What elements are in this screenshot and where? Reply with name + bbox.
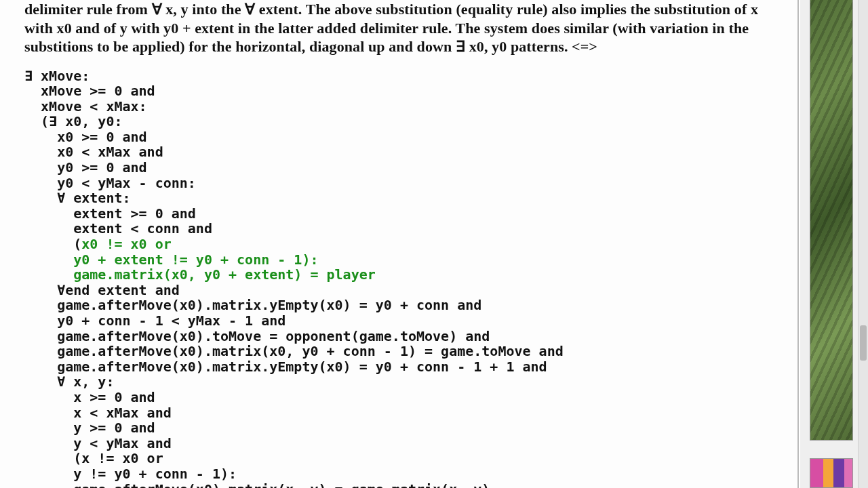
- code-line: (x != x0 or: [24, 450, 163, 466]
- prose-paragraph: delimiter rule from ∀ x, y into the ∀ ex…: [24, 0, 778, 56]
- code-line: y0 >= 0 and: [24, 159, 147, 176]
- code-line: (∃ x0, y0:: [24, 113, 123, 129]
- code-line: xMove < xMax:: [24, 98, 147, 115]
- code-line: ∀ extent:: [24, 190, 131, 206]
- code-line: game.afterMove(x0).toMove = opponent(gam…: [24, 328, 490, 344]
- code-line: x >= 0 and: [24, 389, 155, 405]
- code-line: xMove >= 0 and: [24, 83, 155, 99]
- code-line: game.matrix(x0, y0 + extent) = player: [24, 266, 376, 283]
- code-line: y0 < yMax - conn:: [24, 175, 196, 191]
- code-block: ∃ xMove: xMove >= 0 and xMove < xMax: (∃…: [24, 68, 778, 489]
- code-line: y < yMax and: [24, 435, 172, 451]
- code-line: x < xMax and: [24, 405, 172, 421]
- code-line: ∀ x, y:: [24, 373, 114, 390]
- code-line: y != y0 + conn - 1):: [24, 466, 237, 482]
- code-line: extent < conn and: [24, 220, 212, 237]
- scrollbar-thumb[interactable]: [860, 325, 867, 361]
- code-line: x0 < xMax and: [24, 144, 163, 160]
- code-line: game.afterMove(x0).matrix.yEmpty(x0) = y…: [24, 359, 547, 375]
- code-line: ∃ xMove:: [24, 68, 90, 84]
- sidebar-thumbnail-nature[interactable]: [810, 0, 853, 441]
- code-line: x0 >= 0 and: [24, 129, 147, 145]
- code-line: game.afterMove(x0).matrix(x0, y0 + conn …: [24, 343, 564, 359]
- code-line: y0 + conn - 1 < yMax - 1 and: [24, 312, 285, 329]
- page-root: delimiter rule from ∀ x, y into the ∀ ex…: [0, 0, 868, 488]
- code-line: extent >= 0 and: [24, 205, 196, 222]
- sidebar-thumbnail-art[interactable]: [810, 458, 853, 488]
- code-line: y0 + extent != y0 + conn - 1):: [24, 251, 318, 268]
- vertical-scrollbar[interactable]: [858, 0, 868, 488]
- code-line: (x0 != x0 or: [24, 236, 172, 252]
- code-line: game.afterMove(x0).matrix(x, y) = game.m…: [24, 481, 490, 488]
- code-line: y >= 0 and: [24, 420, 155, 436]
- code-line: game.afterMove(x0).matrix.yEmpty(x0) = y…: [24, 297, 481, 313]
- main-content: delimiter rule from ∀ x, y into the ∀ ex…: [0, 0, 799, 488]
- code-line: ∀end extent and: [24, 282, 180, 298]
